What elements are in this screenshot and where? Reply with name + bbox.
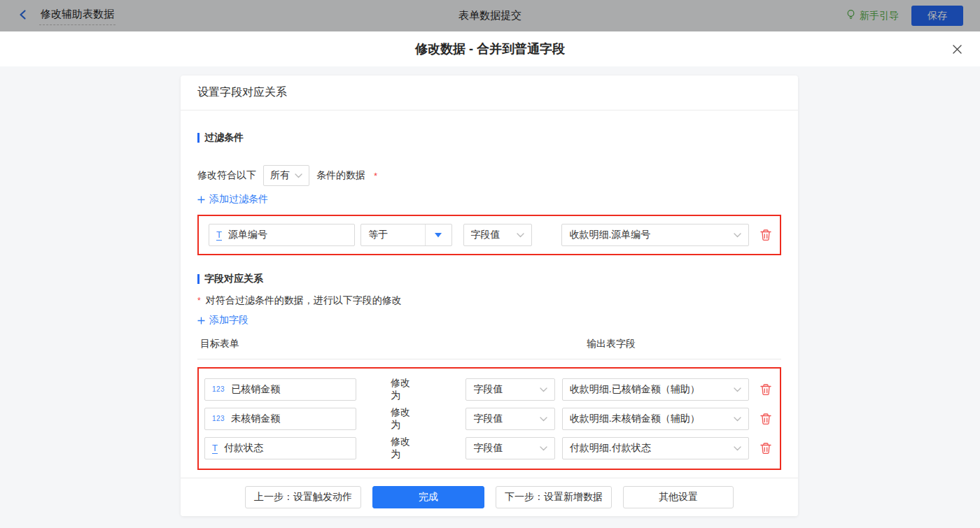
required-mark: * xyxy=(374,171,377,181)
required-mark: * xyxy=(197,296,201,306)
match-suffix-label: 条件的数据 xyxy=(316,169,365,182)
mapping-column-headers: 目标表单 输出表字段 xyxy=(197,338,781,352)
dialog-title: 修改数据 - 合并到普通字段 xyxy=(0,31,980,66)
triangle-down-icon xyxy=(435,233,442,238)
delete-row-button[interactable] xyxy=(759,412,773,426)
filter-match-line: 修改符合以下 所有 条件的数据 * xyxy=(197,165,781,186)
bulb-icon xyxy=(846,9,856,22)
delete-row-button[interactable] xyxy=(759,383,773,397)
done-button[interactable]: 完成 xyxy=(372,486,484,508)
next-step-button[interactable]: 下一步：设置新增数据 xyxy=(496,486,612,508)
operator-select[interactable]: 等于 xyxy=(360,224,451,246)
card-header: 设置字段对应关系 xyxy=(181,76,798,110)
add-filter-link[interactable]: 添加过滤条件 xyxy=(197,193,268,206)
prev-step-button[interactable]: 上一步：设置触发动作 xyxy=(245,486,361,508)
output-field-select[interactable]: 收款明细.已核销金额（辅助） xyxy=(562,378,749,401)
dialog-body: 设置字段对应关系 过滤条件 修改符合以下 所有 条件的数据 * 添加 xyxy=(0,66,980,528)
output-field-column-label: 输出表字段 xyxy=(587,338,636,350)
chevron-down-icon xyxy=(540,446,547,451)
number-field-icon: 123 xyxy=(212,386,225,393)
delete-row-button[interactable] xyxy=(759,441,773,455)
beginner-guide-link[interactable]: 新手引导 xyxy=(846,9,899,22)
output-field-select[interactable]: 付款明细.付款状态 xyxy=(562,437,749,459)
trash-icon xyxy=(760,413,772,425)
mapping-row: 123 已核销金额 修改为 字段值 收款明细.已核销金额（辅助） xyxy=(204,378,773,401)
trash-icon xyxy=(760,229,772,241)
card-header-title: 设置字段对应关系 xyxy=(197,85,287,100)
plus-icon xyxy=(197,196,205,204)
output-field-select[interactable]: 收款明细.未核销金额（辅助） xyxy=(562,408,749,430)
filter-value-type-select[interactable]: 字段值 xyxy=(463,224,533,246)
beginner-guide-label: 新手引导 xyxy=(860,10,899,22)
filter-value-select[interactable]: 收款明细.源单编号 xyxy=(561,224,749,246)
page-title: 表单数据提交 xyxy=(0,9,980,22)
trash-icon xyxy=(760,383,772,396)
target-field-input[interactable]: T 付款状态 xyxy=(204,437,356,459)
chevron-down-icon xyxy=(295,173,302,178)
delete-filter-button[interactable] xyxy=(759,228,773,242)
trash-icon xyxy=(760,442,772,455)
text-field-icon: T xyxy=(212,443,218,454)
modify-to-label: 修改为 xyxy=(391,406,419,431)
chevron-down-icon xyxy=(517,233,524,238)
chevron-down-icon xyxy=(540,417,547,422)
chevron-down-icon xyxy=(734,446,741,451)
match-mode-select[interactable]: 所有 xyxy=(263,165,309,186)
chevron-down-icon xyxy=(734,233,741,238)
chevron-down-icon xyxy=(734,417,741,422)
card-body: 过滤条件 修改符合以下 所有 条件的数据 * 添加过滤条件 xyxy=(181,131,798,470)
mapping-row: 123 未核销金额 修改为 字段值 收款明细.未核销金额（辅助） xyxy=(204,408,773,430)
plus-icon xyxy=(197,317,205,324)
target-field-input[interactable]: 123 未核销金额 xyxy=(204,408,356,430)
mapping-row: T 付款状态 修改为 字段值 付款明细.付款状态 xyxy=(204,437,773,459)
section-bar-icon xyxy=(197,274,200,284)
text-field-icon: T xyxy=(216,230,222,241)
top-bar: 修改辅助表数据 表单数据提交 新手引导 保存 xyxy=(0,0,980,31)
back-chevron-icon xyxy=(17,8,29,23)
value-type-select[interactable]: 字段值 xyxy=(465,408,554,430)
target-form-column-label: 目标表单 xyxy=(200,338,239,350)
dialog-header: 修改数据 - 合并到普通字段 xyxy=(0,31,980,66)
value-type-select[interactable]: 字段值 xyxy=(465,378,554,401)
close-button[interactable] xyxy=(951,43,963,55)
mapping-note: * 对符合过滤条件的数据，进行以下字段的修改 xyxy=(197,294,781,307)
mapping-rows-highlight-box: 123 已核销金额 修改为 字段值 收款明细.已核销金额（辅助） xyxy=(197,367,781,470)
target-field-input[interactable]: 123 已核销金额 xyxy=(204,378,356,401)
mapping-section-title: 字段对应关系 xyxy=(197,273,781,285)
operator-caret-button[interactable] xyxy=(425,224,451,245)
number-field-icon: 123 xyxy=(212,415,225,422)
settings-card: 设置字段对应关系 过滤条件 修改符合以下 所有 条件的数据 * 添加 xyxy=(181,76,798,516)
section-bar-icon xyxy=(197,133,200,143)
filter-field-input[interactable]: T 源单编号 xyxy=(209,224,355,246)
column-divider xyxy=(197,359,781,359)
chevron-down-icon xyxy=(734,387,741,392)
chevron-down-icon xyxy=(540,387,547,392)
value-type-select[interactable]: 字段值 xyxy=(465,437,554,459)
modify-to-label: 修改为 xyxy=(391,377,419,402)
other-settings-button[interactable]: 其他设置 xyxy=(623,486,734,508)
modify-to-label: 修改为 xyxy=(391,436,419,461)
filter-section-title: 过滤条件 xyxy=(197,131,781,144)
flow-title[interactable]: 修改辅助表数据 xyxy=(39,6,115,25)
save-button[interactable]: 保存 xyxy=(911,6,963,26)
filter-row-highlight-box: T 源单编号 等于 字段值 收款明细.源单编号 xyxy=(197,215,781,255)
match-prefix-label: 修改符合以下 xyxy=(197,169,256,182)
back-button[interactable] xyxy=(17,8,29,23)
card-footer: 上一步：设置触发动作 完成 下一步：设置新增数据 其他设置 xyxy=(181,478,798,516)
add-field-link[interactable]: 添加字段 xyxy=(197,314,248,327)
